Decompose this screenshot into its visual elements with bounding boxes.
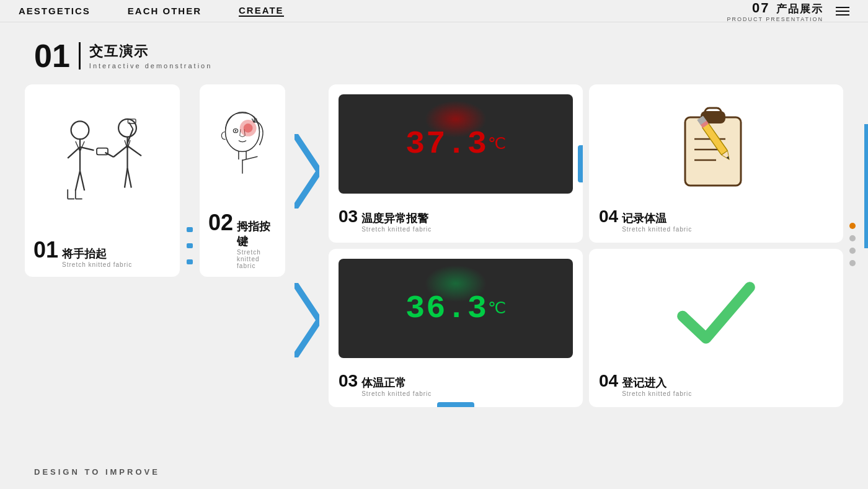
card-02-en: Stretch knitted fabric xyxy=(237,249,277,269)
right-edge-bar xyxy=(864,124,868,248)
card-01-label: 01 将手抬起 Stretch knitted fabric xyxy=(33,237,171,268)
card-03-top-cn: 温度异常报警 xyxy=(361,211,432,226)
card-04-top-en: Stretch knitted fabric xyxy=(622,226,692,233)
section-title-en: Interactive demonstration xyxy=(89,62,213,70)
card-03-top-label: 03 温度异常报警 Stretch knitted fabric xyxy=(339,207,573,233)
section-title: 交互演示 Interactive demonstration xyxy=(89,42,213,70)
card-03-top-en: Stretch knitted fabric xyxy=(361,226,432,233)
svg-line-5 xyxy=(128,146,142,156)
dot-3[interactable] xyxy=(849,248,856,254)
clipboard-icon xyxy=(679,105,753,192)
header: AESTGETICS EACH OTHER CREATE 07 产品展示 PRO… xyxy=(0,0,868,22)
card-04-bottom: 04 登记进入 Stretch knitted fabric xyxy=(589,249,843,407)
clipboard-wrapper xyxy=(599,94,833,202)
hamburger-line-1 xyxy=(836,7,849,8)
card-01-text: 将手抬起 Stretch knitted fabric xyxy=(62,246,132,268)
temp-value-green: 36.3 xyxy=(405,290,488,327)
card-02-text: 拇指按键 Stretch knitted fabric xyxy=(237,219,277,269)
section-number: 01 xyxy=(34,40,70,72)
card-01: 01 将手抬起 Stretch knitted fabric xyxy=(25,84,180,277)
temp-unit-green: ℃ xyxy=(488,298,506,318)
chevron-shape xyxy=(294,134,319,209)
bottom-chevron-area xyxy=(294,246,319,395)
hamburger-menu[interactable] xyxy=(836,7,849,16)
left-panel: 01 将手抬起 Stretch knitted fabric xyxy=(25,84,285,407)
card-01-num: 01 xyxy=(33,237,58,263)
card-02-cn: 拇指按键 xyxy=(237,219,277,249)
dot-2[interactable] xyxy=(849,235,856,241)
card-03-bottom: 36.3 ℃ 03 体温正常 Stretch knitted fabric xyxy=(329,249,583,407)
svg-line-28 xyxy=(242,156,257,160)
temp-value-red: 37.3 xyxy=(405,126,488,163)
header-nav: AESTGETICS EACH OTHER CREATE xyxy=(19,5,284,17)
page-title-block: 07 产品展示 PRODUCT PRESENTATION xyxy=(727,0,823,22)
svg-line-7 xyxy=(128,168,131,188)
nav-item-each-other[interactable]: EACH OTHER xyxy=(128,6,202,16)
page-number: 07 产品展示 xyxy=(752,4,823,14)
page-subtitle: PRODUCT PRESENTATION xyxy=(727,16,823,22)
svg-point-0 xyxy=(118,119,136,137)
svg-point-8 xyxy=(71,121,89,139)
card-02-label: 02 拇指按键 Stretch knitted fabric xyxy=(208,210,277,269)
card-04-top-text: 记录体温 Stretch knitted fabric xyxy=(622,211,692,233)
footer: DESIGN TO IMPROVE xyxy=(34,467,160,477)
nav-item-create[interactable]: CREATE xyxy=(239,5,284,17)
accent-bar-bottom-1 xyxy=(437,402,474,407)
temp-display-red: 37.3 ℃ xyxy=(339,94,573,194)
dot-4[interactable] xyxy=(849,260,856,266)
card-02: 02 拇指按键 Stretch knitted fabric xyxy=(200,84,285,277)
hamburger-line-3 xyxy=(836,14,849,16)
svg-line-10 xyxy=(68,147,80,158)
card-04-bottom-num: 04 xyxy=(599,371,618,391)
middle-connector xyxy=(291,84,322,407)
svg-line-6 xyxy=(125,168,128,188)
connector-strip-3 xyxy=(187,259,193,264)
svg-line-2 xyxy=(113,146,128,157)
card-01-en: Stretch knitted fabric xyxy=(62,261,132,268)
nav-item-aesthetics[interactable]: AESTGETICS xyxy=(19,6,91,16)
chevron-icon xyxy=(294,134,319,209)
card-03-top: 37.3 ℃ 03 温度异常报警 Stretch knitted fabric xyxy=(329,84,583,243)
svg-rect-31 xyxy=(685,117,741,186)
checkmark-wrapper xyxy=(599,259,833,366)
card-01-cn: 将手抬起 xyxy=(62,246,132,261)
person-head-icon xyxy=(208,93,277,205)
footer-label: DESIGN TO IMPROVE xyxy=(34,467,160,477)
card-03-top-num: 03 xyxy=(339,207,358,227)
svg-point-30 xyxy=(244,123,253,133)
dot-1-active[interactable] xyxy=(849,223,856,229)
card-03-bottom-text: 体温正常 Stretch knitted fabric xyxy=(361,375,432,397)
checkmark-icon xyxy=(676,279,756,347)
card-03-bottom-label: 03 体温正常 Stretch knitted fabric xyxy=(339,371,573,397)
card-03-bottom-en: Stretch knitted fabric xyxy=(361,390,432,397)
card-02-illustration xyxy=(208,93,277,205)
section-divider xyxy=(79,42,81,70)
section-title-cn: 交互演示 xyxy=(89,42,213,61)
connector-strips xyxy=(187,227,193,264)
accent-bar-right-1 xyxy=(578,145,583,182)
connector-strip-1 xyxy=(187,227,193,232)
chevron-shape-2 xyxy=(294,283,319,357)
svg-line-13 xyxy=(80,171,84,191)
svg-line-12 xyxy=(76,171,80,191)
main-content: 01 将手抬起 Stretch knitted fabric xyxy=(25,84,843,407)
card-04-bottom-cn: 登记进入 xyxy=(622,375,692,390)
temp-unit-red: ℃ xyxy=(488,134,506,154)
card-03-bottom-cn: 体温正常 xyxy=(361,375,432,390)
section-heading: 01 交互演示 Interactive demonstration xyxy=(34,40,868,72)
card-02-num: 02 xyxy=(208,210,233,236)
hamburger-line-2 xyxy=(836,11,849,12)
header-right: 07 产品展示 PRODUCT PRESENTATION xyxy=(727,0,849,22)
chevron-icon-2 xyxy=(294,283,319,357)
card-04-top-num: 04 xyxy=(599,207,618,227)
temp-display-green: 36.3 ℃ xyxy=(339,259,573,358)
card-03-top-text: 温度异常报警 Stretch knitted fabric xyxy=(361,211,432,233)
card-04-top: 04 记录体温 Stretch knitted fabric xyxy=(589,84,843,243)
card-03-bottom-num: 03 xyxy=(339,371,358,391)
connector-01-02 xyxy=(186,84,193,407)
demo-row: 01 将手抬起 Stretch knitted fabric xyxy=(25,84,285,407)
card-04-bottom-text: 登记进入 Stretch knitted fabric xyxy=(622,375,692,397)
svg-point-24 xyxy=(235,130,236,131)
card-04-top-cn: 记录体温 xyxy=(622,211,692,226)
top-chevron-area xyxy=(294,97,319,246)
